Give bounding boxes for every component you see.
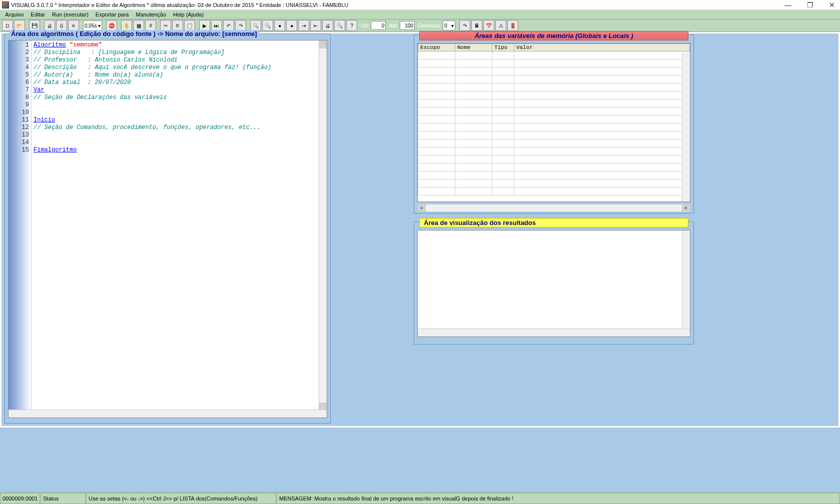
copy-icon[interactable]: ⎘ [172,20,183,31]
calendar-icon[interactable]: 📅 [483,20,494,31]
table-row[interactable] [418,60,690,68]
ate-label: Até: [389,22,399,28]
step-icon[interactable]: ⏭ [211,20,222,31]
menubar: Arquivo Editar Run (executar) Exportar p… [0,10,840,19]
num-icon[interactable]: # [145,20,156,31]
table-row[interactable] [418,84,690,92]
table-row[interactable] [418,92,690,100]
save-icon[interactable]: 💾 [29,20,40,31]
menu-editar[interactable]: Editar [28,11,48,18]
list-icon[interactable]: ≡ [68,20,79,31]
brk-icon[interactable]: ● [274,20,285,31]
table-row[interactable] [418,148,690,156]
status-position: 0000009:0001 [0,493,40,504]
undo-icon[interactable]: ↶ [223,20,234,31]
table-row[interactable] [418,76,690,84]
table-row[interactable] [418,124,690,132]
brk2-icon[interactable]: ● [286,20,297,31]
find-icon[interactable]: 🔍 [250,20,261,31]
zoom-icon[interactable]: 🔍 [334,20,345,31]
find2-icon[interactable]: 🔍 [262,20,273,31]
variables-legend: Áreas das variáveis de memória (Globais … [419,31,688,40]
table-row[interactable] [418,172,690,180]
vars-col-nome[interactable]: Nome [455,44,492,52]
menu-manutencao[interactable]: Manutenção [133,11,169,18]
indent-icon[interactable]: ⇥ [298,20,309,31]
new-file-icon[interactable]: 🗋 [2,20,13,31]
status-message: MENSAGEM: Mostra o resultado final de um… [277,493,839,504]
results-hscrollbar[interactable] [418,328,690,336]
hand-icon[interactable]: ✋ [121,20,132,31]
refresh-icon[interactable]: ↷ [459,20,470,31]
vars-col-tipo[interactable]: Tipo [492,44,514,52]
table-row[interactable] [418,108,690,116]
close-button[interactable]: ✕ [826,1,838,9]
line-gutter: 123456789101112131415 [9,40,32,418]
minimize-button[interactable]: — [782,1,794,9]
table-row[interactable] [418,116,690,124]
app-icon [2,2,9,8]
exit-icon[interactable]: 🚪 [507,20,518,31]
code-legend: Área dos algoritmos ( Edição do código f… [9,30,259,38]
menu-run[interactable]: Run (executar) [49,11,92,18]
variables-panel: Áreas das variáveis de memória (Globais … [414,34,694,214]
results-panel: Área de visualização dos resultados [414,222,694,346]
code-panel: Área dos algoritmos ( Edição do código f… [5,34,331,424]
menu-help[interactable]: Help (Ajuda) [170,11,207,18]
results-output[interactable] [417,230,690,337]
de-label: De: [361,22,370,28]
speed-dropdown[interactable]: 0,05s ▾ [83,20,102,30]
paste-icon[interactable]: 📋 [184,20,195,31]
cut-icon[interactable]: ✂ [160,20,171,31]
maximize-button[interactable]: ❐ [804,1,816,9]
help-icon[interactable]: ? [346,20,357,31]
stop-icon[interactable]: ⛔ [106,20,117,31]
titlebar: VISUALG 3.0.7.0 * Interpretador e Editor… [0,0,840,10]
table-row[interactable] [418,164,690,172]
preview-icon[interactable]: ⎙ [56,20,67,31]
vars-hscrollbar[interactable] [417,204,690,212]
table-row[interactable] [418,180,690,188]
editor-vscrollbar[interactable] [319,40,327,410]
redo-icon[interactable]: ↷ [235,20,246,31]
table-row[interactable] [418,140,690,148]
results-vscrollbar[interactable] [682,230,690,328]
table-row[interactable] [418,132,690,140]
print-icon[interactable]: 🖨 [44,20,55,31]
variables-table[interactable]: EscopoNomeTipoValor [418,44,690,196]
table-row[interactable] [418,100,690,108]
statusbar: 0000009:0001 Status Use as setas (<- ou … [0,492,840,504]
table-row[interactable] [418,156,690,164]
status-hint: Use as setas (<- ou ->) <<Ctrl J>> p/ LI… [86,493,276,504]
calc-icon[interactable]: 🖩 [471,20,482,31]
results-legend: Área de visualização dos resultados [419,218,688,228]
decimais-label: Decimais: [418,22,442,28]
vars-vscrollbar[interactable] [682,52,690,202]
table-row[interactable] [418,52,690,60]
table-row[interactable] [418,68,690,76]
status-label: Status [41,493,86,504]
open-file-icon[interactable]: 📂 [14,20,25,31]
table-row[interactable] [418,188,690,196]
run-icon[interactable]: ▶ [199,20,210,31]
menu-arquivo[interactable]: Arquivo [2,11,27,18]
vars-col-valor[interactable]: Valor [514,44,690,52]
code-editor[interactable]: 123456789101112131415 Algoritmo "semnome… [8,40,327,418]
print2-icon[interactable]: 🖨 [322,20,333,31]
vars-col-escopo[interactable]: Escopo [418,44,455,52]
warn-icon[interactable]: ⚠ [495,20,506,31]
outdent-icon[interactable]: ⇤ [310,20,321,31]
window-title: VISUALG 3.0.7.0 * Interpretador e Editor… [11,2,348,8]
ate-input[interactable] [400,21,415,30]
de-input[interactable] [371,21,386,30]
code-text[interactable]: Algoritmo "semnome"// Disciplina : [Ling… [32,40,327,418]
table-icon[interactable]: ▦ [133,20,144,31]
menu-exportar[interactable]: Exportar para [93,11,132,18]
workspace: Área dos algoritmos ( Edição do código f… [1,33,839,426]
decimais-dropdown[interactable]: 0 ▾ [443,20,455,30]
editor-hscrollbar[interactable] [9,410,327,418]
